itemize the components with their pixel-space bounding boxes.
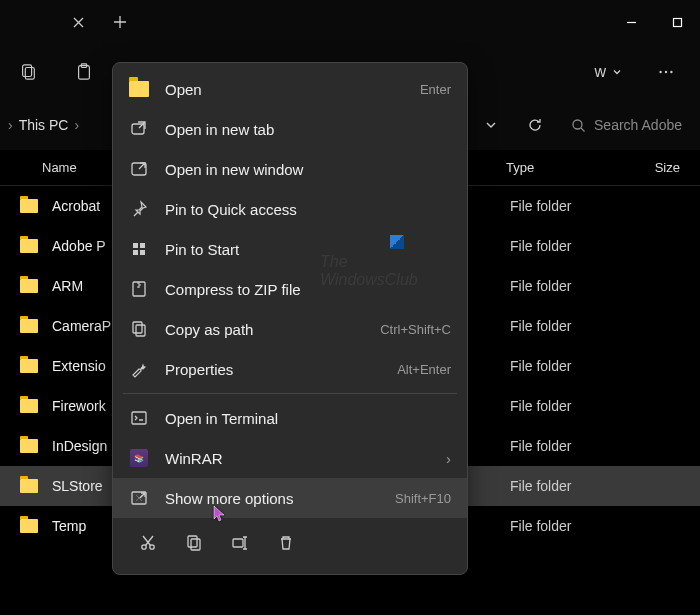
menu-item-pin-to-start[interactable]: Pin to Start: [113, 229, 467, 269]
refresh-icon[interactable]: [517, 107, 553, 143]
svg-rect-13: [133, 250, 138, 255]
cut-icon[interactable]: [129, 526, 167, 560]
svg-point-5: [659, 71, 661, 73]
winrar-icon: 📚: [129, 448, 149, 468]
search-icon: [571, 118, 586, 133]
file-type: File folder: [510, 438, 660, 454]
file-type: File folder: [510, 358, 660, 374]
menu-separator: [123, 393, 457, 394]
copy-icon[interactable]: [175, 526, 213, 560]
file-type: File folder: [510, 478, 660, 494]
active-tab[interactable]: [0, 0, 100, 44]
folder-icon: [20, 359, 38, 373]
menu-label: Compress to ZIP file: [165, 281, 451, 298]
file-type: File folder: [510, 238, 660, 254]
svg-point-6: [665, 71, 667, 73]
new-tab-button[interactable]: [100, 15, 140, 29]
menu-label: Pin to Start: [165, 241, 451, 258]
svg-rect-1: [23, 65, 32, 77]
menu-label: Copy as path: [165, 321, 364, 338]
file-type: File folder: [510, 198, 660, 214]
menu-label: WinRAR: [165, 450, 430, 467]
svg-rect-12: [140, 243, 145, 248]
pin-icon: [129, 199, 149, 219]
svg-rect-14: [140, 250, 145, 255]
menu-label: Open in new tab: [165, 121, 451, 138]
folder-icon: [20, 319, 38, 333]
menu-item-winrar[interactable]: 📚 WinRAR ›: [113, 438, 467, 478]
menu-item-pin-to-quick-access[interactable]: Pin to Quick access: [113, 189, 467, 229]
menu-item-properties[interactable]: Properties Alt+Enter: [113, 349, 467, 389]
folder-icon: [20, 199, 38, 213]
folder-icon: [20, 519, 38, 533]
svg-rect-17: [136, 325, 145, 336]
delete-icon[interactable]: [267, 526, 305, 560]
folder-icon: [20, 279, 38, 293]
menu-label: Show more options: [165, 490, 379, 507]
folder-icon: [20, 439, 38, 453]
menu-item-open-in-new-window[interactable]: Open in new window: [113, 149, 467, 189]
search-placeholder: Search Adobe: [594, 117, 682, 133]
file-type: File folder: [510, 278, 660, 294]
menu-shortcut: Shift+F10: [395, 491, 451, 506]
folder-icon: [129, 79, 149, 99]
menu-label: Open: [165, 81, 404, 98]
maximize-button[interactable]: [654, 6, 700, 38]
start-icon: [129, 239, 149, 259]
menu-item-copy-as-path[interactable]: Copy as path Ctrl+Shift+C: [113, 309, 467, 349]
menu-label: Open in new window: [165, 161, 451, 178]
breadcrumb-item[interactable]: This PC: [19, 117, 69, 133]
svg-rect-0: [673, 18, 681, 26]
menu-item-show-more-options[interactable]: Show more options Shift+F10: [113, 478, 467, 518]
svg-rect-23: [191, 539, 200, 550]
zip-icon: [129, 279, 149, 299]
menu-shortcut: Enter: [420, 82, 451, 97]
svg-rect-22: [188, 536, 197, 547]
terminal-icon: [129, 408, 149, 428]
svg-rect-2: [25, 68, 34, 80]
chevron-right-icon: ›: [446, 450, 451, 467]
menu-shortcut: Alt+Enter: [397, 362, 451, 377]
svg-rect-11: [133, 243, 138, 248]
close-tab-icon[interactable]: [70, 14, 86, 30]
rename-icon[interactable]: [221, 526, 259, 560]
newwin-icon: [129, 159, 149, 179]
column-size-header[interactable]: Size: [655, 160, 680, 175]
file-type: File folder: [510, 318, 660, 334]
column-type-header[interactable]: Type: [506, 160, 655, 175]
menu-actions-row: [113, 518, 467, 568]
context-menu: Open Enter Open in new tab Open in new w…: [112, 62, 468, 575]
minimize-button[interactable]: [608, 6, 654, 38]
more-icon[interactable]: [642, 54, 690, 90]
menu-item-open-in-new-tab[interactable]: Open in new tab: [113, 109, 467, 149]
menu-label: Open in Terminal: [165, 410, 451, 427]
showmore-icon: [129, 488, 149, 508]
copy-icon[interactable]: [10, 54, 46, 90]
search-input[interactable]: Search Adobe: [561, 117, 692, 133]
svg-point-7: [670, 71, 672, 73]
menu-label: Properties: [165, 361, 381, 378]
svg-point-8: [573, 120, 582, 129]
svg-rect-16: [133, 322, 142, 333]
menu-item-open-in-terminal[interactable]: Open in Terminal: [113, 398, 467, 438]
folder-icon: [20, 479, 38, 493]
folder-icon: [20, 239, 38, 253]
chevron-down-icon: [612, 67, 622, 77]
file-type: File folder: [510, 398, 660, 414]
folder-icon: [20, 399, 38, 413]
address-dropdown-icon[interactable]: [473, 107, 509, 143]
view-label: w: [594, 63, 606, 81]
file-type: File folder: [510, 518, 660, 534]
copypath-icon: [129, 319, 149, 339]
paste-icon[interactable]: [66, 54, 102, 90]
menu-shortcut: Ctrl+Shift+C: [380, 322, 451, 337]
svg-rect-24: [233, 539, 243, 547]
newtab-icon: [129, 119, 149, 139]
menu-item-compress-to-zip-file[interactable]: Compress to ZIP file: [113, 269, 467, 309]
wrench-icon: [129, 359, 149, 379]
menu-item-open[interactable]: Open Enter: [113, 69, 467, 109]
svg-rect-18: [132, 412, 146, 424]
view-dropdown[interactable]: w: [594, 63, 622, 81]
menu-label: Pin to Quick access: [165, 201, 451, 218]
